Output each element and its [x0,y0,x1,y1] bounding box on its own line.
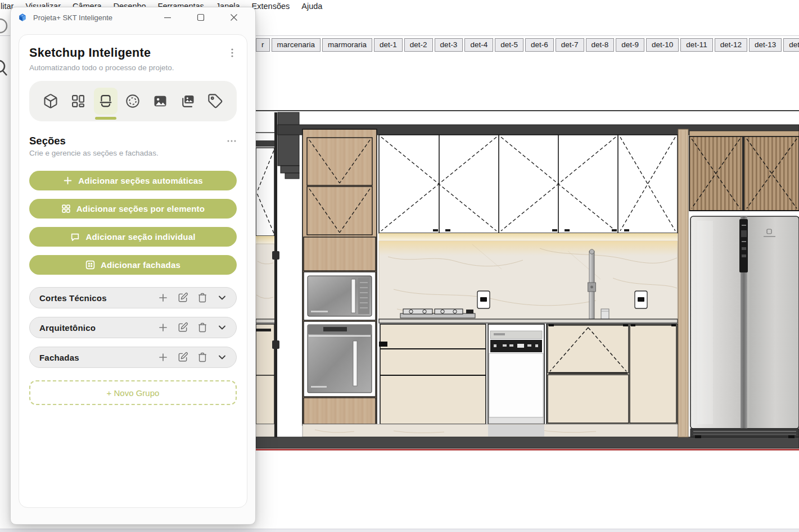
power-outlet-left [477,291,490,308]
microwave [308,276,372,316]
images-icon [180,93,196,109]
add-individual-section-button[interactable]: Adicionar seção individual [29,227,237,247]
tool-image[interactable] [148,88,172,115]
dialog-title-bar[interactable]: Projeta+ SKT Inteligente [11,7,255,28]
add-icon[interactable] [157,292,169,303]
panel-card: Sketchup Inteligente Automatizando todo … [19,34,247,508]
panel-subtitle: Automatizando todo o processo de projeto… [29,63,237,72]
layout-dashboard-icon [70,93,86,109]
group-row-arquitetonico[interactable]: Arquitetônico [29,317,237,338]
scene-tab[interactable]: marcenaria [272,38,321,52]
sections-title: Seções [29,135,227,147]
trash-icon[interactable] [197,292,208,303]
plinth [303,424,678,437]
sink-cabinet [547,324,678,424]
dishwasher [488,324,544,424]
scene-tab[interactable]: det-10 [646,38,679,52]
wood-divider-panel [678,129,688,437]
section-actions: Adicionar seções automáticas Adicionar s… [29,171,237,275]
group-row-cortes-tecnicos[interactable]: Cortes Técnicos [29,287,237,308]
menu-item[interactable]: Extensões [252,2,290,11]
sections-description: Crie e gerencie as seções e fachadas. [29,149,237,157]
chevron-down-icon[interactable] [216,322,228,333]
new-group-button[interactable]: + Novo Grupo [29,380,237,405]
dialog-title: Projeta+ SKT Inteligente [33,13,164,22]
grid-square-icon [85,260,95,270]
trash-icon[interactable] [197,352,208,363]
tool-layout[interactable] [66,88,90,115]
grid-icon [61,204,71,213]
scene-tab[interactable]: r [256,38,270,52]
scene-tab[interactable]: det-7 [556,38,584,52]
maximize-button[interactable] [197,13,205,21]
add-auto-sections-button[interactable]: Adicionar seções automáticas [29,171,237,190]
add-sections-by-element-button[interactable]: Adicionar seções por elemento [29,199,237,219]
scene-tab[interactable]: det-5 [495,38,523,52]
scene-tab-bar: rmarcenariamarmorariadet-1det-2det-3det-… [256,38,799,53]
tool-circle-dashed[interactable] [121,88,145,115]
plus-icon [63,176,73,185]
image-icon [152,93,168,109]
tool-model-cube[interactable] [39,88,62,115]
wall-oven [308,325,372,393]
scene-tab[interactable]: det-9 [616,38,644,52]
left-return-cabinets [256,133,276,437]
scene-tab[interactable]: det-1 [374,38,403,52]
marble-backsplash [379,241,678,319]
chevron-down-icon[interactable] [216,292,228,303]
section-cut-icon [98,93,114,109]
menu-item[interactable]: Ajuda [301,2,322,11]
chevron-down-icon[interactable] [216,352,228,363]
sketchup-window: litarVisualizarCâmeraDesenhoFerramentasJ… [0,0,799,532]
countertop [379,319,678,323]
scene-tab[interactable]: marmoraria [322,38,372,52]
mode-toolbar [29,81,237,121]
status-bar [0,529,799,532]
scene-tab[interactable]: det-14 [783,38,799,52]
cube-icon [43,93,58,109]
add-icon[interactable] [157,352,169,363]
edit-icon[interactable] [177,322,188,333]
tool-images[interactable] [176,88,200,115]
scene-tab[interactable]: det-13 [749,38,782,52]
upper-cabinets [379,135,678,241]
circle-dashed-icon [125,93,141,109]
tall-oven-column [303,129,377,425]
trash-icon[interactable] [197,322,208,333]
scene-tab[interactable]: det-8 [586,38,615,52]
ellipsis-menu-icon[interactable] [227,138,237,144]
edit-icon[interactable] [177,292,188,303]
minimize-button[interactable] [164,13,171,21]
add-icon[interactable] [157,322,169,333]
scene-tab[interactable]: det-3 [435,38,463,52]
refrigerator [690,216,799,438]
left-toolbar-partial [0,15,10,88]
close-button[interactable] [230,13,238,21]
panel-title: Sketchup Inteligente [29,46,228,60]
scene-tab[interactable]: det-2 [404,38,433,52]
power-outlet-right [635,291,647,308]
add-facades-button[interactable]: Adicionar fachadas [29,255,237,275]
scene-tab[interactable]: det-12 [715,38,747,52]
edit-icon[interactable] [177,352,188,363]
tag-icon [207,93,223,109]
tool-circle-icon [0,19,7,33]
scene-tab[interactable]: det-6 [525,38,554,52]
tool-tag[interactable] [204,88,227,115]
base-cabinets [379,324,678,424]
slat-panel [689,131,799,211]
kebab-menu-icon[interactable] [228,47,237,58]
group-row-fachadas[interactable]: Fachadas [29,347,237,368]
scene-tab[interactable]: det-11 [680,38,712,52]
projeta-logo-icon [17,12,28,23]
section-groups: Cortes Técnicos Arquitetônico Fachadas [29,287,237,368]
chat-bubble-icon [70,232,80,242]
zoom-tool-icon [0,61,7,75]
projeta-skt-dialog: Projeta+ SKT Inteligente Sketchup Inteli… [10,7,256,525]
tool-sections[interactable] [94,88,118,115]
scene-tab[interactable]: det-4 [464,38,493,52]
floor-band [256,437,799,448]
